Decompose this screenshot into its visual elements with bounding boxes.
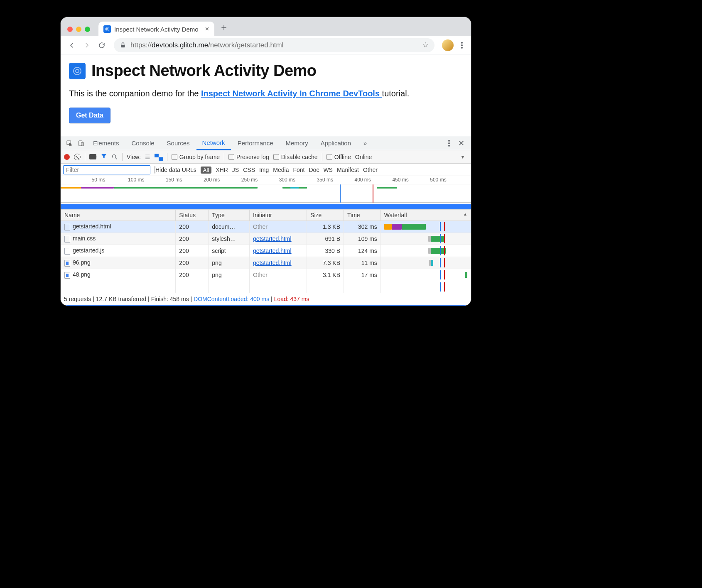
nav-bar: https://devtools.glitch.me/network/getst… (61, 36, 471, 54)
initiator-link[interactable]: getstarted.html (253, 235, 292, 242)
filter-type-font[interactable]: Font (293, 167, 304, 173)
table-row[interactable]: 48.png200pngOther3.1 KB17 ms (61, 269, 471, 281)
devtools-tab-network[interactable]: Network (196, 136, 231, 150)
filter-type-doc[interactable]: Doc (309, 167, 319, 173)
table-row[interactable]: 96.png200pnggetstarted.html7.3 KB11 ms (61, 257, 471, 269)
devtools-menu-icon[interactable] (448, 142, 450, 144)
column-header-name[interactable]: Name (61, 210, 176, 221)
waterfall-bar (384, 247, 467, 255)
close-window-button[interactable] (67, 27, 73, 32)
ruler-tick: 50 ms (92, 177, 106, 183)
ruler-tick: 150 ms (166, 177, 182, 183)
forward-button[interactable] (80, 38, 94, 52)
column-header-status[interactable]: Status (176, 210, 209, 221)
window-controls (67, 27, 90, 32)
table-row[interactable]: main.css200stylesh…getstarted.html691 B1… (61, 233, 471, 245)
online-selector[interactable]: Online (355, 154, 372, 160)
waterfall-bar (384, 259, 467, 267)
filter-toggle-icon[interactable] (101, 153, 107, 161)
large-rows-icon[interactable]: ☰ (145, 154, 150, 160)
initiator-link[interactable]: getstarted.html (253, 247, 292, 254)
network-table: NameStatusTypeInitiatorSizeTimeWaterfall… (61, 209, 471, 293)
device-toggle-icon[interactable] (76, 138, 86, 149)
url-text: https://devtools.glitch.me/network/getst… (130, 41, 284, 49)
column-header-initiator[interactable]: Initiator (250, 210, 307, 221)
filter-input[interactable] (63, 165, 150, 174)
devtools-tab-sources[interactable]: Sources (161, 136, 196, 150)
waterfall-view-icon[interactable]: ▀▄ (155, 154, 163, 160)
address-bar[interactable]: https://devtools.glitch.me/network/getst… (114, 38, 434, 52)
column-header-time[interactable]: Time (344, 210, 381, 221)
search-icon[interactable] (111, 154, 118, 160)
filter-type-other[interactable]: Other (363, 167, 378, 173)
page-content: Inspect Network Activity Demo This is th… (61, 54, 471, 136)
filter-type-css[interactable]: CSS (243, 167, 255, 173)
devtools-panel: ElementsConsoleSourcesNetworkPerformance… (61, 136, 471, 306)
preserve-log-checkbox[interactable]: Preserve log (228, 154, 269, 160)
column-header-type[interactable]: Type (209, 210, 250, 221)
filter-type-media[interactable]: Media (273, 167, 289, 173)
record-button[interactable] (64, 154, 70, 160)
minimize-window-button[interactable] (76, 27, 81, 32)
devtools-close-icon[interactable]: ✕ (455, 139, 468, 148)
hide-data-urls-checkbox[interactable]: Hide data URLs (155, 167, 196, 173)
ruler-tick: 300 ms (279, 177, 295, 183)
devtools-tab-memory[interactable]: Memory (280, 136, 314, 150)
browser-window: Inspect Network Activity Demo × ＋ https:… (60, 17, 471, 306)
waterfall-bar (384, 235, 467, 243)
file-icon (64, 260, 70, 267)
close-tab-icon[interactable]: × (205, 25, 209, 33)
devtools-tab-application[interactable]: Application (315, 136, 357, 150)
group-by-frame-checkbox[interactable]: Group by frame (172, 154, 220, 160)
inspect-element-icon[interactable] (64, 138, 75, 149)
throttling-dropdown-icon[interactable]: ▼ (460, 154, 465, 160)
get-data-button[interactable]: Get Data (69, 108, 110, 123)
filter-type-xhr[interactable]: XHR (216, 167, 228, 173)
lock-icon (120, 42, 126, 49)
tab-strip: Inspect Network Activity Demo × ＋ (61, 17, 471, 36)
tutorial-link[interactable]: Inspect Network Activity In Chrome DevTo… (201, 89, 382, 98)
file-icon (64, 272, 70, 279)
svg-point-8 (113, 154, 116, 158)
svg-rect-6 (79, 141, 82, 146)
devtools-tab-performance[interactable]: Performance (232, 136, 279, 150)
devtools-tabs-overflow[interactable]: » (358, 136, 373, 150)
timeline-overview[interactable] (61, 184, 471, 203)
filter-type-ws[interactable]: WS (323, 167, 333, 173)
timeline-ruler: 50 ms100 ms150 ms200 ms250 ms300 ms350 m… (61, 176, 471, 184)
filter-type-manifest[interactable]: Manifest (337, 167, 359, 173)
browser-tab[interactable]: Inspect Network Activity Demo × (98, 22, 214, 37)
screenshots-toggle-icon[interactable] (89, 154, 96, 159)
devtools-tabbar: ElementsConsoleSourcesNetworkPerformance… (61, 136, 471, 150)
status-bar: 5 requests | 12.7 KB transferred | Finis… (61, 293, 471, 305)
filter-type-img[interactable]: Img (259, 167, 269, 173)
clear-button[interactable] (74, 154, 81, 160)
column-header-waterfall[interactable]: Waterfall (380, 210, 471, 221)
offline-checkbox[interactable]: Offline (326, 154, 351, 160)
browser-menu-icon[interactable] (461, 44, 463, 46)
disable-cache-checkbox[interactable]: Disable cache (273, 154, 318, 160)
ruler-tick: 100 ms (128, 177, 144, 183)
filter-type-all[interactable]: All (201, 167, 211, 174)
profile-avatar[interactable] (442, 39, 454, 51)
devtools-tab-console[interactable]: Console (126, 136, 160, 150)
svg-rect-2 (121, 44, 125, 47)
maximize-window-button[interactable] (85, 27, 90, 32)
waterfall-bar (384, 271, 467, 279)
devtools-tab-elements[interactable]: Elements (87, 136, 125, 150)
table-row[interactable]: getstarted.html200docum…Other1.3 KB302 m… (61, 221, 471, 233)
table-row-empty (61, 281, 471, 293)
back-button[interactable] (65, 38, 79, 52)
waterfall-bar (384, 223, 467, 230)
svg-point-4 (76, 69, 79, 73)
reload-button[interactable] (95, 38, 109, 52)
filter-bar: Hide data URLs AllXHRJSCSSImgMediaFontDo… (61, 164, 471, 176)
column-header-size[interactable]: Size (307, 210, 344, 221)
bookmark-star-icon[interactable]: ☆ (422, 41, 429, 49)
table-row[interactable]: getstarted.js200scriptgetstarted.html330… (61, 245, 471, 257)
filter-type-js[interactable]: JS (232, 167, 239, 173)
svg-point-0 (106, 27, 109, 31)
ruler-tick: 500 ms (430, 177, 446, 183)
new-tab-button[interactable]: ＋ (219, 21, 228, 34)
initiator-link[interactable]: getstarted.html (253, 260, 292, 266)
